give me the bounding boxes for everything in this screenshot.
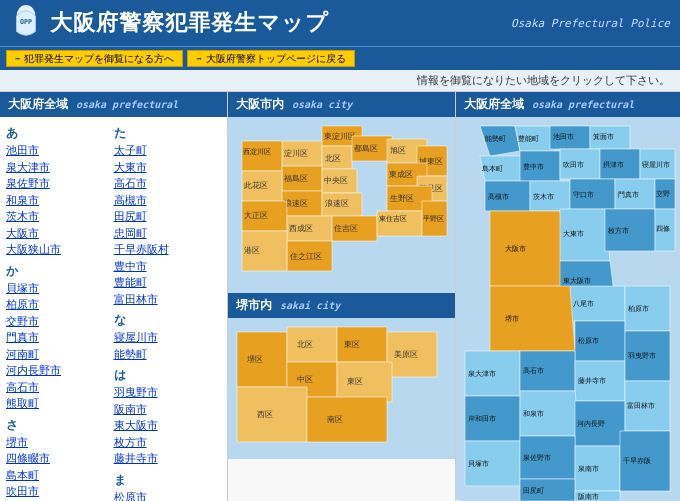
link-ibaraki[interactable]: 茨木市 xyxy=(6,209,114,226)
sidebar-col-left: あ 池田市 泉大津市 泉佐野市 和泉市 茨木市 大阪市 大阪狭山市 か 貝塚市 … xyxy=(6,121,114,501)
link-kadoma[interactable]: 門真市 xyxy=(6,330,114,347)
taisho-label: 大正区 xyxy=(244,211,268,220)
link-osakasayama[interactable]: 大阪狭山市 xyxy=(6,242,114,259)
link-kaizuka[interactable]: 貝塚市 xyxy=(6,281,114,298)
kishiwada-label: 岸和田市 xyxy=(468,415,496,423)
instruction-text: 情報を御覧になりたい地域をクリックして下さい。 xyxy=(417,74,670,87)
izumiotsu-label: 泉大津市 xyxy=(468,370,496,378)
konohana-label: 此花区 xyxy=(244,181,268,190)
link-neyagawa[interactable]: 寝屋川市 xyxy=(114,330,222,347)
osaka-city-polygon[interactable] xyxy=(490,211,570,286)
suita-label: 吹田市 xyxy=(563,161,584,169)
link-kawamicho[interactable]: 河南町 xyxy=(6,347,114,364)
link-takaishi[interactable]: 高石市 xyxy=(114,176,222,193)
fujiidera-label: 藤井寺市 xyxy=(578,377,606,385)
link-shijyonawate[interactable]: 四條畷市 xyxy=(6,451,114,468)
kana-ha: は xyxy=(114,367,222,384)
pref-subtitle: osaka prefectural xyxy=(532,99,634,110)
hannan-label: 阪南市 xyxy=(578,493,599,501)
higashinari-label: 東成区 xyxy=(389,170,413,179)
sidebar: 大阪府全域 osaka prefectural あ 池田市 泉大津市 泉佐野市 … xyxy=(0,92,228,501)
namba-label: 浪速区 xyxy=(325,199,349,208)
senboku-label: 泉南市 xyxy=(578,465,599,473)
link-fujiidera[interactable]: 藤井寺市 xyxy=(114,451,222,468)
link-matsubara[interactable]: 松原市 xyxy=(114,490,222,502)
tondabayashi-label: 富田林市 xyxy=(627,402,655,410)
link-hannan[interactable]: 阪南市 xyxy=(114,402,222,419)
minato-label: 港区 xyxy=(244,246,260,255)
shijyonawate-label: 四條 xyxy=(656,225,670,233)
link-shimamoto[interactable]: 島本町 xyxy=(6,468,114,485)
link-daito[interactable]: 大東市 xyxy=(114,160,222,177)
link-izumisano[interactable]: 泉佐野市 xyxy=(6,176,114,193)
sidebar-header: 大阪府全域 osaka prefectural xyxy=(0,92,227,117)
link-tondabayashi[interactable]: 富田林市 xyxy=(114,292,222,309)
link-tajiri[interactable]: 田尻町 xyxy=(114,209,222,226)
osaka-city-title: 大阪市内 xyxy=(236,96,284,113)
toyono-label: 豊能町 xyxy=(518,135,539,143)
link-kumatori[interactable]: 熊取町 xyxy=(6,396,114,413)
kana-ta: た xyxy=(114,125,222,142)
link-toyonaka[interactable]: 豊中市 xyxy=(114,259,222,276)
link-toyono[interactable]: 豊能町 xyxy=(114,275,222,292)
kawachinagano-label: 河内長野 xyxy=(577,420,605,428)
link-takatsuki[interactable]: 高槻市 xyxy=(114,193,222,210)
header: OPP 大阪府警察犯罪発生マップ Osaka Prefectural Polic… xyxy=(0,0,680,46)
minami-ku[interactable] xyxy=(307,397,387,442)
higashiyodogawa-label: 東淀川区 xyxy=(324,132,356,141)
prefecture-map-svg[interactable]: 能勢町 豊能町 池田市 箕面市 島本町 豊中市 吹田市 摂津市 寝屋川市 xyxy=(460,121,680,501)
sakai-map-svg[interactable]: 堺区 北区 東区 美原区 中区 東区 西区 南区 xyxy=(232,322,450,452)
suminoe-label: 住之江区 xyxy=(290,252,322,261)
nav-btn-map[interactable]: ➡ 犯罪発生マップを御覧になる方へ xyxy=(6,50,183,67)
link-habikino[interactable]: 羽曳野市 xyxy=(114,385,222,402)
izumisano-label: 泉佐野市 xyxy=(523,454,551,462)
link-nose[interactable]: 能勢町 xyxy=(114,347,222,364)
kana-a: あ xyxy=(6,125,114,142)
osaka-city-map-svg[interactable]: 東淀川区 淀川区 西淀川区 北区 都島区 旭区 城東区 福島区 中央区 xyxy=(232,121,450,286)
link-taishi[interactable]: 太子町 xyxy=(114,143,222,160)
toyonaka-label: 豊中市 xyxy=(523,163,544,171)
naniwa-label: 浪速区 xyxy=(284,199,308,208)
sakai-ku-label: 堺区 xyxy=(246,355,263,364)
sakai-map-container[interactable]: 堺区 北区 東区 美原区 中区 東区 西区 南区 xyxy=(228,318,455,459)
nishiyodogawa-district[interactable] xyxy=(242,141,282,171)
hirakata-label: 枚方市 xyxy=(607,227,629,235)
header-logo: OPP 大阪府警察犯罪発生マップ xyxy=(10,5,329,41)
link-suita[interactable]: 吹田市 xyxy=(6,484,114,501)
higashi-ku-label: 東区 xyxy=(344,340,360,349)
kana-ka: か xyxy=(6,263,114,280)
higashisakai-ku[interactable] xyxy=(337,362,392,402)
sakai-city-subtitle: sakai city xyxy=(280,300,340,311)
minoh-label: 箕面市 xyxy=(593,133,614,141)
nav-btn-top[interactable]: ➡ 大阪府警察トップページに戻る xyxy=(187,50,354,67)
link-katano[interactable]: 交野市 xyxy=(6,314,114,331)
link-kashiwara[interactable]: 柏原市 xyxy=(6,297,114,314)
osaka-city-map-container[interactable]: 東淀川区 淀川区 西淀川区 北区 都島区 旭区 城東区 福島区 中央区 xyxy=(228,117,455,293)
nishi-ku-label: 西区 xyxy=(257,410,273,419)
link-sakai[interactable]: 堺市 xyxy=(6,435,114,452)
daito-label: 大東市 xyxy=(563,230,584,238)
matsubara-label: 松原市 xyxy=(578,337,599,345)
link-osaka[interactable]: 大阪市 xyxy=(6,226,114,243)
link-kawachinagano[interactable]: 河内長野市 xyxy=(6,363,114,380)
higashisumiyoshi-label: 東住吉区 xyxy=(379,215,407,223)
instruction-bar: 情報を御覧になりたい地域をクリックして下さい。 xyxy=(0,70,680,92)
link-ikeda[interactable]: 池田市 xyxy=(6,143,114,160)
pref-map-container[interactable]: 能勢町 豊能町 池田市 箕面市 島本町 豊中市 吹田市 摂津市 寝屋川市 xyxy=(456,117,680,500)
link-izumi[interactable]: 和泉市 xyxy=(6,193,114,210)
kana-ma: ま xyxy=(114,472,222,489)
sidebar-col-right: た 太子町 大東市 高石市 高槻市 田尻町 忠岡町 千早赤阪村 豊中市 豊能町 … xyxy=(114,121,222,501)
link-tadaoka[interactable]: 忠岡町 xyxy=(114,226,222,243)
izumi-label: 和泉市 xyxy=(523,410,544,418)
main-content: 大阪府全域 osaka prefectural あ 池田市 泉大津市 泉佐野市 … xyxy=(0,92,680,501)
link-izumiotsu[interactable]: 泉大津市 xyxy=(6,160,114,177)
link-higashiosaka[interactable]: 東大阪市 xyxy=(114,418,222,435)
link-kisaichi[interactable]: 高石市 xyxy=(6,380,114,397)
link-chihayaakasaka[interactable]: 千早赤阪村 xyxy=(114,242,222,259)
page-title: 大阪府警察犯罪発生マップ xyxy=(50,8,329,38)
sakai-pref-polygon[interactable] xyxy=(490,286,575,351)
chuo-ku-label: 中区 xyxy=(297,375,313,384)
shimamoto-label: 島本町 xyxy=(482,165,503,173)
nav-btn-top-label: 大阪府警察トップページに戻る xyxy=(206,52,346,66)
link-hirakata[interactable]: 枚方市 xyxy=(114,435,222,452)
